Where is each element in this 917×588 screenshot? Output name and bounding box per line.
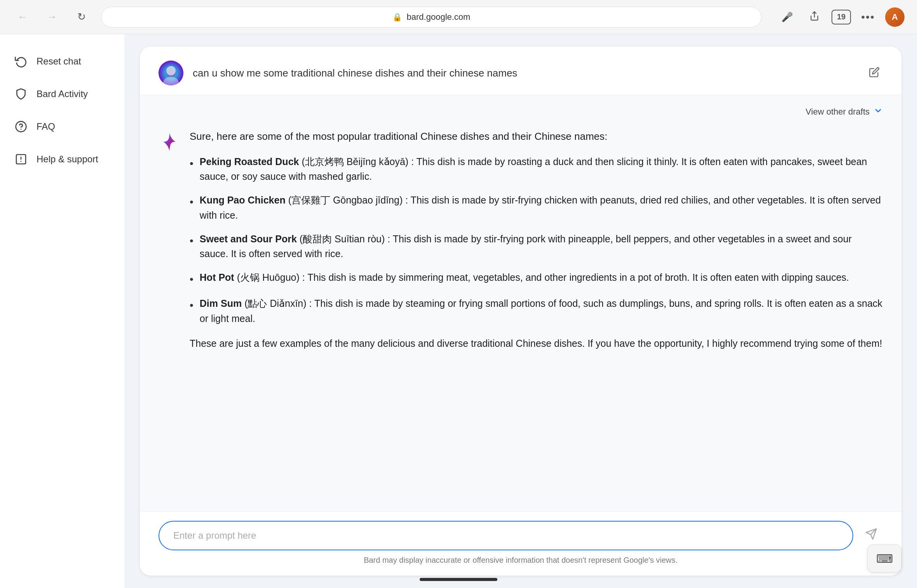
dish-list: • Peking Roasted Duck (北京烤鸭 Běijīng kǎoy… — [190, 154, 883, 326]
response-content: Sure, here are some of the most popular … — [190, 129, 883, 351]
dish-description: : This dish is made by roasting a duck a… — [200, 156, 867, 182]
user-avatar — [159, 61, 183, 85]
dish-name: Hot Pot — [200, 272, 234, 283]
more-button[interactable]: ••• — [858, 7, 878, 27]
back-icon: ← — [17, 11, 28, 23]
microphone-icon: 🎤 — [781, 12, 793, 23]
microphone-button[interactable]: 🎤 — [777, 7, 797, 27]
list-item: • Sweet and Sour Pork (酸甜肉 Suītian ròu) … — [190, 231, 883, 262]
dish-name: Kung Pao Chicken — [200, 195, 286, 205]
user-message-text: can u show me some traditional chinese d… — [193, 61, 856, 80]
edit-icon — [869, 68, 880, 80]
lock-icon: 🔒 — [392, 12, 402, 22]
dish-text: Hot Pot (火锅 Huōguo) : This dish is made … — [200, 270, 849, 285]
user-message-row: can u show me some traditional chinese d… — [140, 47, 901, 95]
send-icon — [865, 528, 877, 543]
bullet: • — [190, 232, 194, 249]
dish-chinese: (火锅 Huōguo) — [237, 272, 300, 283]
reset-chat-icon — [14, 55, 28, 68]
forward-icon: → — [47, 11, 57, 23]
sidebar: Reset chat Bard Activity FAQ — [0, 34, 124, 588]
refresh-icon: ↻ — [77, 11, 86, 23]
sidebar-item-label: FAQ — [37, 121, 55, 132]
response-footer: These are just a few examples of the man… — [190, 336, 883, 351]
input-area: Bard may display inaccurate or offensive… — [140, 511, 901, 576]
response-intro: Sure, here are some of the most popular … — [190, 129, 883, 145]
bard-response-row: Sure, here are some of the most popular … — [159, 129, 883, 351]
view-drafts-label: View other drafts — [805, 107, 870, 117]
bard-logo — [159, 131, 180, 153]
sidebar-item-help-support[interactable]: Help & support — [0, 144, 117, 174]
response-area[interactable]: View other drafts — [140, 95, 901, 511]
list-item: • Kung Pao Chicken (宫保雞丁 Gōngbao jīdīng)… — [190, 193, 883, 223]
bard-activity-icon — [14, 88, 28, 100]
main-layout: Reset chat Bard Activity FAQ — [0, 34, 917, 588]
dish-name: Peking Roasted Duck — [200, 156, 299, 167]
address-bar[interactable]: 🔒 bard.google.com — [101, 7, 762, 28]
edit-message-button[interactable] — [866, 64, 883, 84]
ime-icon: ⌨ — [876, 552, 893, 565]
prompt-input-row — [159, 521, 883, 550]
browser-chrome: ← → ↻ 🔒 bard.google.com 🎤 19 ••• A — [0, 0, 917, 34]
svg-point-7 — [166, 66, 176, 75]
sidebar-item-label: Bard Activity — [37, 89, 88, 99]
bottom-bar — [420, 578, 497, 581]
view-drafts-row: View other drafts — [159, 106, 883, 118]
sidebar-item-label: Reset chat — [37, 56, 81, 67]
dish-chinese: (點心 Diǎnxīn) — [244, 298, 306, 309]
more-icon: ••• — [861, 11, 875, 23]
disclaimer-text: Bard may display inaccurate or offensive… — [159, 556, 883, 565]
dish-chinese: (酸甜肉 Suītian ròu) — [300, 233, 385, 244]
help-support-icon — [14, 153, 28, 165]
share-button[interactable] — [804, 7, 825, 27]
dish-text: Peking Roasted Duck (北京烤鸭 Běijīng kǎoyā)… — [200, 154, 883, 184]
share-icon — [809, 11, 819, 23]
list-item: • Dim Sum (點心 Diǎnxīn) : This dish is ma… — [190, 296, 883, 326]
chevron-down-icon — [873, 106, 883, 118]
dish-chinese: (北京烤鸭 Běijīng kǎoyā) — [302, 156, 408, 167]
dish-text: Kung Pao Chicken (宫保雞丁 Gōngbao jīdīng) :… — [200, 193, 883, 223]
sidebar-item-bard-activity[interactable]: Bard Activity — [0, 79, 117, 109]
dish-name: Sweet and Sour Pork — [200, 233, 297, 244]
dish-description: : This dish is made by stir-frying pork … — [200, 233, 852, 259]
dish-name: Dim Sum — [200, 298, 242, 309]
ime-button[interactable]: ⌨ — [867, 545, 901, 572]
refresh-button[interactable]: ↻ — [71, 7, 92, 27]
prompt-input[interactable] — [159, 521, 853, 550]
sidebar-item-reset-chat[interactable]: Reset chat — [0, 47, 117, 76]
list-item: • Peking Roasted Duck (北京烤鸭 Běijīng kǎoy… — [190, 154, 883, 184]
dish-description: : This dish is made by simmering meat, v… — [302, 272, 849, 283]
send-button[interactable] — [859, 524, 883, 547]
bullet: • — [190, 155, 194, 172]
list-item: • Hot Pot (火锅 Huōguo) : This dish is mad… — [190, 270, 883, 287]
chat-container: can u show me some traditional chinese d… — [140, 47, 901, 576]
back-button[interactable]: ← — [12, 7, 33, 27]
bullet: • — [190, 193, 194, 210]
url-text: bard.google.com — [407, 12, 471, 22]
profile-avatar[interactable]: A — [885, 7, 905, 27]
view-other-drafts-button[interactable]: View other drafts — [805, 106, 883, 118]
faq-icon — [14, 120, 28, 133]
bullet: • — [190, 271, 194, 287]
dish-text: Dim Sum (點心 Diǎnxīn) : This dish is made… — [200, 296, 883, 326]
dish-chinese: (宫保雞丁 Gōngbao jīdīng) — [288, 195, 403, 205]
sidebar-item-faq[interactable]: FAQ — [0, 112, 117, 141]
bullet: • — [190, 297, 194, 313]
sidebar-item-label: Help & support — [37, 154, 98, 165]
browser-actions: 🎤 19 ••• A — [777, 7, 905, 27]
dish-text: Sweet and Sour Pork (酸甜肉 Suītian ròu) : … — [200, 231, 883, 262]
forward-button[interactable]: → — [42, 7, 62, 27]
content-area: can u show me some traditional chinese d… — [124, 34, 917, 588]
tab-count[interactable]: 19 — [832, 10, 851, 24]
